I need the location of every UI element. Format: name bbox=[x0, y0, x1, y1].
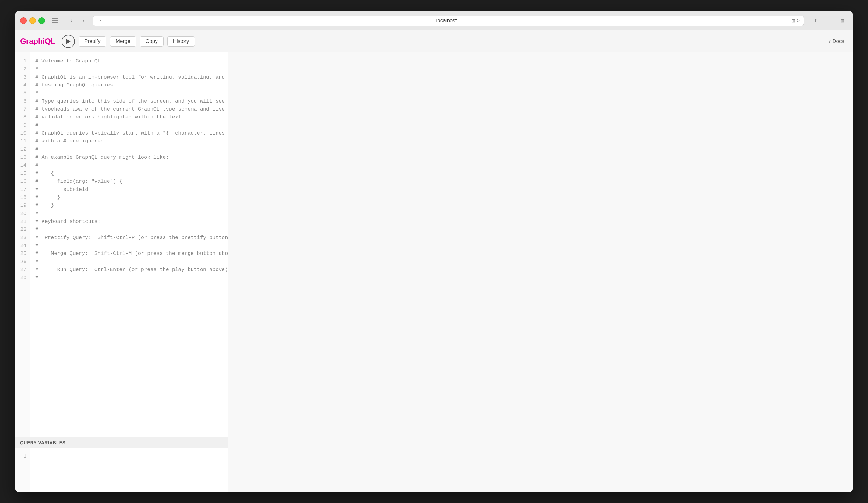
line-number: 7 bbox=[20, 105, 27, 113]
code-line: # GraphiQL is an in-browser tool for wri… bbox=[35, 73, 223, 81]
close-button[interactable] bbox=[20, 17, 27, 24]
code-line: # bbox=[35, 258, 223, 266]
code-line: # GraphQL queries typically start with a… bbox=[35, 129, 223, 137]
chevron-left-icon bbox=[829, 38, 831, 45]
code-line: # testing GraphQL queries. bbox=[35, 81, 223, 89]
share-button[interactable]: ⬆ bbox=[810, 15, 821, 26]
app-toolbar: GraphiQL Prettify Merge Copy History Doc… bbox=[15, 30, 853, 52]
line-number: 18 bbox=[20, 193, 27, 201]
line-number: 23 bbox=[20, 234, 27, 242]
code-line: # An example GraphQL query might look li… bbox=[35, 154, 223, 161]
variables-header: QUERY VARIABLES bbox=[15, 437, 228, 449]
svg-rect-0 bbox=[52, 18, 58, 19]
line-number: 25 bbox=[20, 250, 27, 258]
code-line: # bbox=[35, 242, 223, 250]
code-line: # typeheads aware of the current GraphQL… bbox=[35, 105, 223, 113]
run-query-button[interactable] bbox=[62, 35, 75, 48]
address-bar[interactable] bbox=[104, 18, 789, 24]
app-logo: GraphiQL bbox=[20, 36, 55, 46]
line-number: 24 bbox=[20, 242, 27, 250]
browser-chrome: ‹ › 🛡 ⊞ ↻ ⬆ + ⊞ bbox=[15, 11, 853, 30]
line-number: 8 bbox=[20, 113, 27, 121]
shield-icon: 🛡 bbox=[96, 18, 101, 23]
code-content[interactable]: # Welcome to GraphiQL## GraphiQL is an i… bbox=[30, 52, 228, 437]
line-number: 21 bbox=[20, 218, 27, 226]
svg-rect-2 bbox=[52, 22, 58, 23]
code-line: # bbox=[35, 161, 223, 169]
variables-editor[interactable]: 1 bbox=[15, 449, 228, 492]
code-line: # bbox=[35, 146, 223, 154]
line-numbers: 1234567891011121314151617181920212223242… bbox=[15, 52, 30, 437]
line-number: 4 bbox=[20, 81, 27, 89]
line-number: 11 bbox=[20, 137, 27, 145]
history-button[interactable]: History bbox=[167, 36, 195, 46]
line-number: 13 bbox=[20, 154, 27, 161]
variables-line-numbers: 1 bbox=[15, 449, 30, 492]
back-button[interactable]: ‹ bbox=[66, 15, 77, 26]
line-number: 20 bbox=[20, 210, 27, 218]
line-number: 17 bbox=[20, 186, 27, 193]
code-line: # bbox=[35, 274, 223, 282]
browser-actions: ⬆ + ⊞ bbox=[810, 15, 848, 26]
sidebar-toggle-button[interactable] bbox=[49, 15, 61, 26]
copy-button[interactable]: Copy bbox=[140, 36, 164, 46]
line-number: 10 bbox=[20, 129, 27, 137]
query-editor[interactable]: 1234567891011121314151617181920212223242… bbox=[15, 52, 228, 437]
minimize-button[interactable] bbox=[29, 17, 36, 24]
main-content: 1234567891011121314151617181920212223242… bbox=[15, 52, 853, 492]
address-bar-actions: ⊞ ↻ bbox=[792, 18, 800, 23]
code-line: # subField bbox=[35, 186, 223, 193]
browser-nav: ‹ › bbox=[66, 15, 89, 26]
line-number: 6 bbox=[20, 97, 27, 105]
code-line: # } bbox=[35, 201, 223, 209]
code-line: # } bbox=[35, 193, 223, 201]
line-number: 28 bbox=[20, 274, 27, 282]
docs-label: Docs bbox=[833, 38, 844, 44]
docs-button[interactable]: Docs bbox=[825, 36, 848, 46]
maximize-button[interactable] bbox=[38, 17, 45, 24]
code-line: # with a # are ignored. bbox=[35, 137, 223, 145]
forward-button[interactable]: › bbox=[78, 15, 89, 26]
line-number: 22 bbox=[20, 226, 27, 233]
line-number: 1 bbox=[20, 57, 27, 65]
line-number: 26 bbox=[20, 258, 27, 266]
line-number: 19 bbox=[20, 201, 27, 209]
code-line: # bbox=[35, 89, 223, 97]
new-tab-button[interactable]: + bbox=[824, 15, 835, 26]
merge-button[interactable]: Merge bbox=[110, 36, 136, 46]
refresh-icon[interactable]: ↻ bbox=[796, 18, 800, 23]
code-line: # Merge Query: Shift-Ctrl-M (or press th… bbox=[35, 250, 223, 258]
reader-mode-icon: ⊞ bbox=[792, 18, 795, 23]
line-number: 15 bbox=[20, 170, 27, 178]
code-line: # validation errors highlighted within t… bbox=[35, 113, 223, 121]
code-line: # bbox=[35, 65, 223, 73]
variables-panel: QUERY VARIABLES 1 bbox=[15, 437, 228, 492]
code-line: # Welcome to GraphiQL bbox=[35, 57, 223, 65]
line-number: 27 bbox=[20, 266, 27, 274]
code-line: # bbox=[35, 210, 223, 218]
variables-code[interactable] bbox=[30, 449, 228, 492]
svg-rect-1 bbox=[52, 20, 58, 21]
line-number: 3 bbox=[20, 73, 27, 81]
code-line: # Run Query: Ctrl-Enter (or press the pl… bbox=[35, 266, 223, 274]
line-number: 5 bbox=[20, 89, 27, 97]
line-number: 12 bbox=[20, 146, 27, 154]
code-line: # Type queries into this side of the scr… bbox=[35, 97, 223, 105]
browser-window: ‹ › 🛡 ⊞ ↻ ⬆ + ⊞ GraphiQL Prettify Merge … bbox=[15, 11, 853, 492]
tabs-overview-button[interactable]: ⊞ bbox=[837, 15, 848, 26]
line-number: 9 bbox=[20, 122, 27, 129]
line-number: 2 bbox=[20, 65, 27, 73]
response-panel bbox=[228, 52, 853, 492]
code-line: # bbox=[35, 122, 223, 129]
editor-panel: 1234567891011121314151617181920212223242… bbox=[15, 52, 228, 492]
line-number: 14 bbox=[20, 161, 27, 169]
code-line: # { bbox=[35, 170, 223, 178]
code-line: # Prettify Query: Shift-Ctrl-P (or press… bbox=[35, 234, 223, 242]
line-number: 16 bbox=[20, 178, 27, 186]
code-line: # Keyboard shortcuts: bbox=[35, 218, 223, 226]
address-bar-container[interactable]: 🛡 ⊞ ↻ bbox=[93, 15, 804, 26]
code-line: # field(arg: "value") { bbox=[35, 178, 223, 186]
prettify-button[interactable]: Prettify bbox=[79, 36, 106, 46]
traffic-lights bbox=[20, 17, 45, 24]
code-line: # bbox=[35, 226, 223, 233]
